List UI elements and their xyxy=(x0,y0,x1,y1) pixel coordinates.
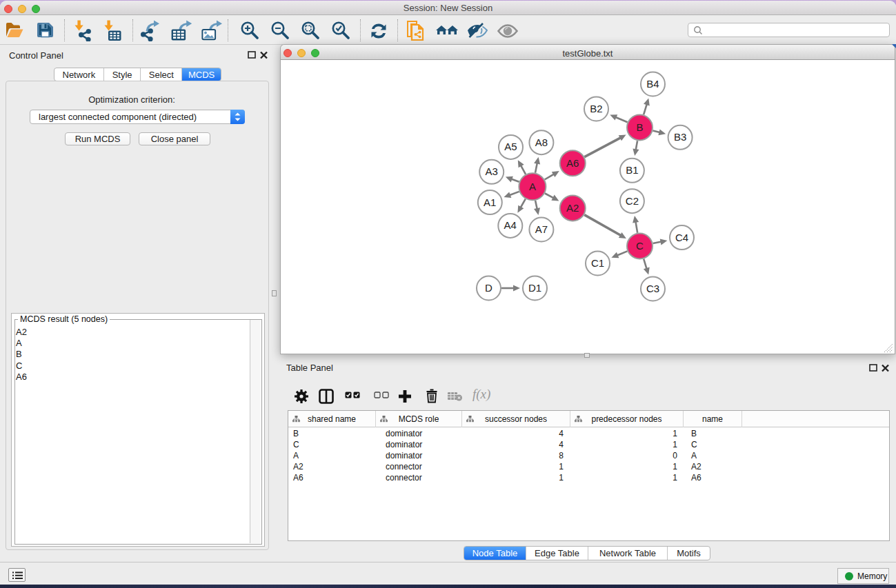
svg-text:C2: C2 xyxy=(626,195,639,207)
svg-text:A2: A2 xyxy=(566,202,579,214)
svg-text:A3: A3 xyxy=(486,165,498,177)
svg-text:D: D xyxy=(485,282,492,294)
svg-text:A5: A5 xyxy=(504,141,517,152)
svg-text:A8: A8 xyxy=(535,136,548,148)
svg-text:A: A xyxy=(529,181,536,192)
svg-text:A7: A7 xyxy=(535,223,548,235)
svg-text:A4: A4 xyxy=(504,219,517,231)
svg-text:C4: C4 xyxy=(675,232,688,243)
svg-text:C3: C3 xyxy=(646,283,659,294)
svg-text:B: B xyxy=(636,121,643,133)
svg-text:A1: A1 xyxy=(484,196,496,208)
svg-text:B3: B3 xyxy=(674,131,686,143)
svg-text:B1: B1 xyxy=(626,164,638,176)
svg-text:B2: B2 xyxy=(590,103,602,114)
svg-text:C: C xyxy=(636,240,644,252)
svg-text:A6: A6 xyxy=(566,157,579,169)
svg-text:D1: D1 xyxy=(528,282,541,294)
svg-text:C1: C1 xyxy=(591,257,604,269)
svg-text:B4: B4 xyxy=(646,78,659,90)
